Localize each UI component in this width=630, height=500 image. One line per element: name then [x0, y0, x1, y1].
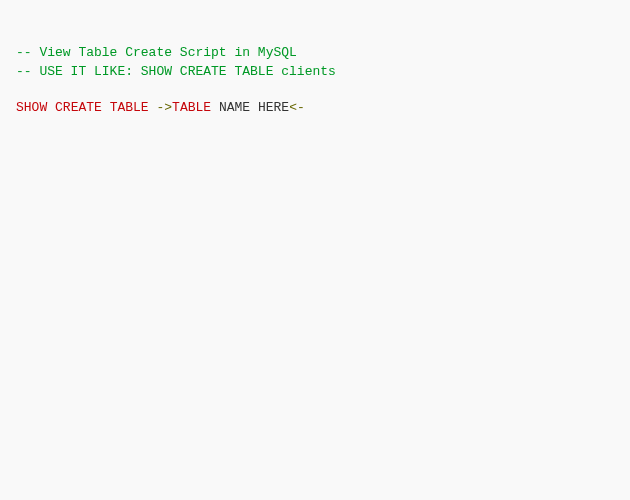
keyword-show: SHOW — [16, 100, 47, 115]
comment-line-2: -- USE IT LIKE: SHOW CREATE TABLE client… — [16, 64, 336, 79]
keyword-table: TABLE — [110, 100, 149, 115]
arrow-close: <- — [289, 100, 305, 115]
placeholder-text: NAME HERE — [211, 100, 289, 115]
comment-line-1: -- View Table Create Script in MySQL — [16, 45, 297, 60]
code-block: -- View Table Create Script in MySQL -- … — [16, 44, 614, 117]
arrow-open: -> — [156, 100, 172, 115]
keyword-table-2: TABLE — [172, 100, 211, 115]
keyword-create: CREATE — [55, 100, 102, 115]
